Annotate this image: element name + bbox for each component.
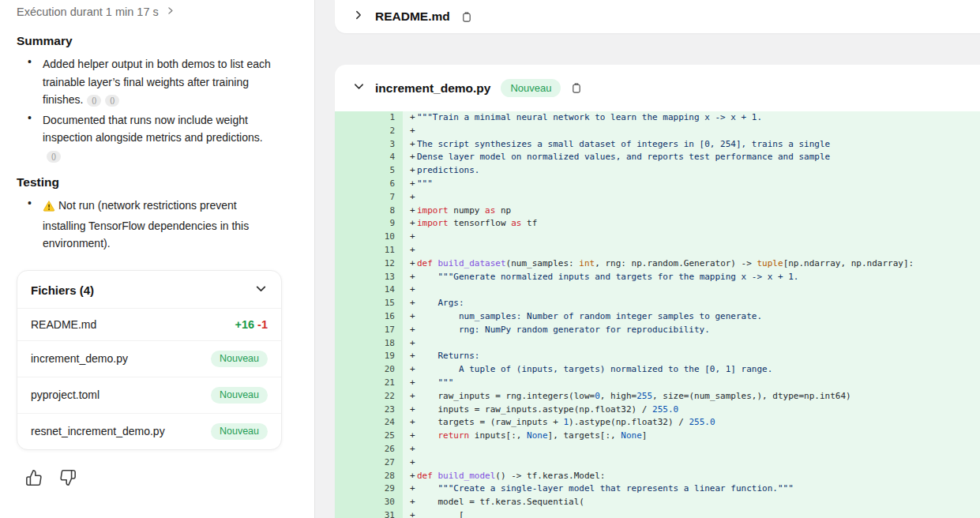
line-content: +The script synthesizes a small dataset …	[403, 138, 980, 152]
line-number: 12	[335, 257, 403, 271]
line-content: +	[403, 283, 980, 297]
run-duration-header[interactable]: Exécution durant 1 min 17 s	[17, 6, 297, 18]
addition-sign: +	[403, 470, 417, 483]
thumbs-up-button[interactable]	[25, 469, 43, 489]
new-file-badge: Nouveau	[501, 79, 561, 97]
addition-sign: +	[403, 337, 417, 351]
line-content: +"""Train a minimal neural network to le…	[403, 111, 980, 125]
line-number: 4	[335, 151, 403, 164]
addition-sign: +	[403, 363, 417, 377]
line-number: 2	[335, 125, 403, 138]
file-row-pyproject[interactable]: pyproject.toml Nouveau	[17, 377, 281, 413]
copy-icon[interactable]	[571, 82, 582, 94]
file-diff-stats: +16-1	[235, 318, 268, 331]
addition-sign: +	[403, 271, 417, 284]
file-name: README.md	[31, 318, 96, 331]
line-number: 15	[335, 297, 403, 310]
diff-line: 2+	[335, 125, 980, 138]
line-content: + model = tf.keras.Sequential(	[403, 496, 980, 509]
addition-sign: +	[403, 244, 417, 257]
chevron-down-icon[interactable]	[353, 81, 365, 96]
line-content: +	[403, 244, 980, 257]
diff-line: 24+ targets = (raw_inputs + 1).astype(np…	[335, 416, 980, 430]
diff-area: README.md increment_demo.py Nouveau 1+""…	[315, 0, 980, 518]
new-file-badge: Nouveau	[211, 423, 268, 440]
line-content: + A tuple of (inputs, targets) normalize…	[403, 363, 980, 377]
diff-line: 22+ raw_inputs = rng.integers(low=0, hig…	[335, 390, 980, 404]
addition-sign: +	[403, 151, 417, 164]
addition-sign: +	[403, 125, 417, 138]
line-number: 19	[335, 350, 403, 363]
line-number: 22	[335, 390, 403, 404]
diff-line: 23+ inputs = raw_inputs.astype(np.float3…	[335, 404, 980, 417]
line-content: + """	[403, 377, 980, 390]
diff-card-header[interactable]: increment_demo.py Nouveau	[335, 65, 980, 111]
diff-line: 31+ [	[335, 509, 980, 518]
addition-sign: +	[403, 404, 417, 417]
line-content: + """Generate normalized inputs and targ…	[403, 271, 980, 284]
line-number: 27	[335, 456, 403, 470]
addition-sign: +	[403, 482, 417, 496]
addition-sign: +	[403, 443, 417, 456]
thumbs-down-button[interactable]	[59, 469, 77, 489]
diff-line: 28+def build_model() -> tf.keras.Model:	[335, 470, 980, 483]
line-number: 18	[335, 337, 403, 351]
line-content: +def build_model() -> tf.keras.Model:	[403, 470, 980, 483]
line-number: 17	[335, 324, 403, 337]
chevron-down-icon[interactable]	[254, 282, 268, 298]
citation-chip[interactable]: ()	[87, 95, 101, 107]
file-title: README.md	[375, 9, 450, 24]
line-number: 25	[335, 430, 403, 443]
run-duration-label: Exécution durant 1 min 17 s	[17, 6, 159, 18]
diff-line: 11+	[335, 244, 980, 257]
line-number: 14	[335, 283, 403, 297]
line-content: +	[403, 337, 980, 351]
file-name: increment_demo.py	[31, 352, 128, 365]
addition-sign: +	[403, 416, 417, 430]
line-number: 31	[335, 509, 403, 518]
addition-sign: +	[403, 430, 417, 443]
line-content: + return inputs[:, None], targets[:, Non…	[403, 430, 980, 443]
diff-line: 15+ Args:	[335, 297, 980, 310]
line-content: +	[403, 231, 980, 244]
diff-line: 30+ model = tf.keras.Sequential(	[335, 496, 980, 509]
line-content: + """Create a single-layer model that re…	[403, 482, 980, 496]
testing-item-text: Not run (network restrictions prevent in…	[43, 199, 249, 250]
line-number: 21	[335, 377, 403, 390]
addition-sign: +	[403, 456, 417, 470]
testing-list: • Not run (network restrictions prevent …	[17, 197, 297, 253]
files-panel: Fichiers (4) README.md +16-1 increment_d…	[17, 270, 282, 450]
chevron-right-icon[interactable]	[353, 9, 364, 24]
addition-sign: +	[403, 377, 417, 390]
new-file-badge: Nouveau	[211, 351, 268, 367]
file-row-readme[interactable]: README.md +16-1	[17, 308, 281, 340]
file-row-resnet-demo[interactable]: resnet_increment_demo.py Nouveau	[17, 413, 281, 449]
line-content: + num_samples: Number of random integer …	[403, 310, 980, 324]
summary-item-text: Added helper output in both demos to lis…	[43, 58, 271, 106]
app-window: Exécution durant 1 min 17 s Summary • Ad…	[0, 0, 980, 518]
list-item: • Documented that runs now include weigh…	[17, 111, 297, 165]
addition-sign: +	[403, 178, 417, 191]
file-row-increment-demo[interactable]: increment_demo.py Nouveau	[17, 340, 281, 377]
readme-card-header[interactable]: README.md	[335, 0, 980, 33]
citation-chip[interactable]: ()	[105, 95, 119, 107]
diff-line: 5+predictions.	[335, 164, 980, 178]
line-number: 24	[335, 416, 403, 430]
citation-chip[interactable]: ()	[47, 151, 61, 163]
diff-line: 8+import numpy as np	[335, 205, 980, 218]
addition-sign: +	[403, 350, 417, 363]
diff-line: 7+	[335, 191, 980, 205]
diff-line: 1+"""Train a minimal neural network to l…	[335, 111, 980, 125]
diff-line: 6+"""	[335, 178, 980, 191]
line-number: 1	[335, 111, 403, 125]
files-panel-header[interactable]: Fichiers (4)	[17, 271, 281, 308]
line-content: + [	[403, 509, 980, 518]
new-file-badge: Nouveau	[211, 387, 268, 404]
diff-line: 27+	[335, 456, 980, 470]
line-content: +import tensorflow as tf	[403, 217, 980, 231]
copy-icon[interactable]	[461, 11, 472, 23]
diff-line: 16+ num_samples: Number of random intege…	[335, 310, 980, 324]
diff-line: 19+ Returns:	[335, 350, 980, 363]
summary-item-text: Documented that runs now include weight …	[43, 114, 263, 145]
line-content: +import numpy as np	[403, 205, 980, 218]
